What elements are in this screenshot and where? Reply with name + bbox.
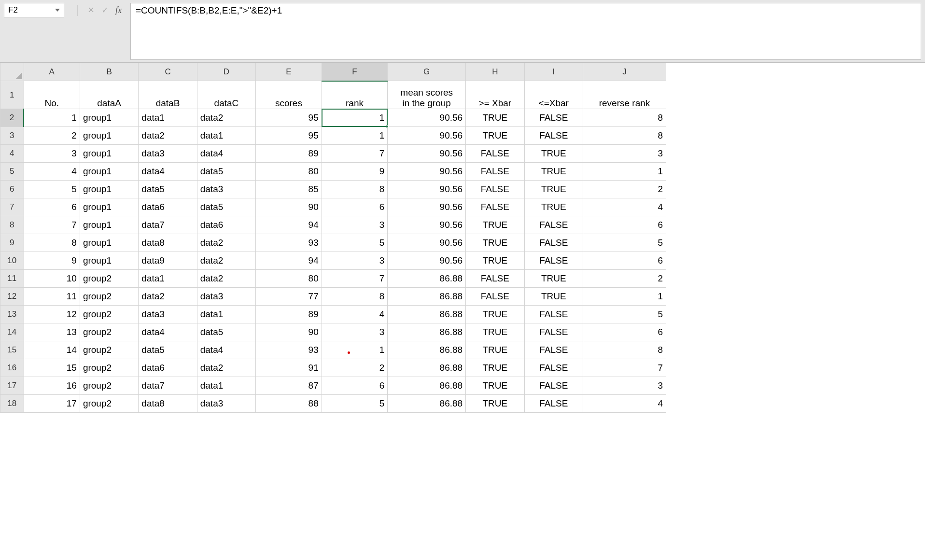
cell-E1[interactable]: scores xyxy=(256,81,322,109)
cell-C16[interactable]: data6 xyxy=(139,359,197,377)
cell-C5[interactable]: data4 xyxy=(139,163,197,181)
cell-A10[interactable]: 9 xyxy=(24,252,80,270)
cell-G10[interactable]: 90.56 xyxy=(388,252,466,270)
formula-input[interactable] xyxy=(130,3,921,60)
cell-B13[interactable]: group2 xyxy=(80,306,138,323)
cell-F12[interactable]: 8 xyxy=(322,288,388,306)
cell-H15[interactable]: TRUE xyxy=(466,341,524,359)
cell-I13[interactable]: FALSE xyxy=(524,306,583,323)
cell-A1[interactable]: No. xyxy=(24,81,80,109)
col-header-E[interactable]: E xyxy=(256,63,322,81)
cell-H1[interactable]: >= Xbar xyxy=(466,81,524,109)
cell-E12[interactable]: 77 xyxy=(256,288,322,306)
cell-C14[interactable]: data4 xyxy=(139,323,197,341)
cell-H7[interactable]: FALSE xyxy=(466,198,524,216)
cell-D8[interactable]: data6 xyxy=(197,216,255,234)
cell-I14[interactable]: FALSE xyxy=(524,323,583,341)
cell-H8[interactable]: TRUE xyxy=(466,216,524,234)
cell-A12[interactable]: 11 xyxy=(24,288,80,306)
cell-J12[interactable]: 1 xyxy=(583,288,666,306)
cell-D18[interactable]: data3 xyxy=(197,395,255,413)
cell-I18[interactable]: FALSE xyxy=(524,395,583,413)
col-header-A[interactable]: A xyxy=(24,63,80,81)
spreadsheet-grid[interactable]: A B C D E F G H I J 1No.dataAdataBdataCs… xyxy=(0,63,925,413)
col-header-G[interactable]: G xyxy=(388,63,466,81)
cell-A6[interactable]: 5 xyxy=(24,181,80,198)
cell-J8[interactable]: 6 xyxy=(583,216,666,234)
cell-J11[interactable]: 2 xyxy=(583,270,666,288)
row-header-7[interactable]: 7 xyxy=(0,198,24,216)
cell-D13[interactable]: data1 xyxy=(197,306,255,323)
cell-C2[interactable]: data1 xyxy=(139,109,197,127)
cell-E6[interactable]: 85 xyxy=(256,181,322,198)
cell-A16[interactable]: 15 xyxy=(24,359,80,377)
row-header-6[interactable]: 6 xyxy=(0,181,24,198)
cell-C12[interactable]: data2 xyxy=(139,288,197,306)
cell-F8[interactable]: 3 xyxy=(322,216,388,234)
cell-A8[interactable]: 7 xyxy=(24,216,80,234)
row-header-15[interactable]: 15 xyxy=(0,341,24,359)
cell-A14[interactable]: 13 xyxy=(24,323,80,341)
cell-C13[interactable]: data3 xyxy=(139,306,197,323)
cell-G12[interactable]: 86.88 xyxy=(388,288,466,306)
row-header-1[interactable]: 1 xyxy=(0,81,24,109)
cell-E3[interactable]: 95 xyxy=(256,127,322,145)
cell-C8[interactable]: data7 xyxy=(139,216,197,234)
cell-G9[interactable]: 90.56 xyxy=(388,234,466,252)
cell-C11[interactable]: data1 xyxy=(139,270,197,288)
cell-B16[interactable]: group2 xyxy=(80,359,138,377)
row-header-2[interactable]: 2 xyxy=(0,109,24,127)
cell-D16[interactable]: data2 xyxy=(197,359,255,377)
cell-F5[interactable]: 9 xyxy=(322,163,388,181)
cell-F3[interactable]: 1 xyxy=(322,127,388,145)
cell-E15[interactable]: 93 xyxy=(256,341,322,359)
cell-I2[interactable]: FALSE xyxy=(524,109,583,127)
col-header-B[interactable]: B xyxy=(80,63,138,81)
cell-I6[interactable]: TRUE xyxy=(524,181,583,198)
cell-G2[interactable]: 90.56 xyxy=(388,109,466,127)
cell-H5[interactable]: FALSE xyxy=(466,163,524,181)
cell-A9[interactable]: 8 xyxy=(24,234,80,252)
row-header-4[interactable]: 4 xyxy=(0,145,24,163)
cell-A4[interactable]: 3 xyxy=(24,145,80,163)
cell-G18[interactable]: 86.88 xyxy=(388,395,466,413)
cell-B8[interactable]: group1 xyxy=(80,216,138,234)
cell-F14[interactable]: 3 xyxy=(322,323,388,341)
cell-H10[interactable]: TRUE xyxy=(466,252,524,270)
cell-B10[interactable]: group1 xyxy=(80,252,138,270)
cell-E5[interactable]: 80 xyxy=(256,163,322,181)
cell-F6[interactable]: 8 xyxy=(322,181,388,198)
cell-J13[interactable]: 5 xyxy=(583,306,666,323)
cell-C18[interactable]: data8 xyxy=(139,395,197,413)
cell-G3[interactable]: 90.56 xyxy=(388,127,466,145)
cell-G1[interactable]: mean scoresin the group xyxy=(388,81,466,109)
col-header-F[interactable]: F xyxy=(322,63,388,81)
cell-B9[interactable]: group1 xyxy=(80,234,138,252)
cell-A3[interactable]: 2 xyxy=(24,127,80,145)
cell-G14[interactable]: 86.88 xyxy=(388,323,466,341)
cell-E9[interactable]: 93 xyxy=(256,234,322,252)
cell-J16[interactable]: 7 xyxy=(583,359,666,377)
cell-J2[interactable]: 8 xyxy=(583,109,666,127)
cell-H11[interactable]: FALSE xyxy=(466,270,524,288)
cell-J14[interactable]: 6 xyxy=(583,323,666,341)
cell-I12[interactable]: TRUE xyxy=(524,288,583,306)
cell-E2[interactable]: 95 xyxy=(256,109,322,127)
cell-I4[interactable]: TRUE xyxy=(524,145,583,163)
row-header-3[interactable]: 3 xyxy=(0,127,24,145)
cell-J5[interactable]: 1 xyxy=(583,163,666,181)
cell-D11[interactable]: data2 xyxy=(197,270,255,288)
col-header-D[interactable]: D xyxy=(197,63,255,81)
cell-I7[interactable]: TRUE xyxy=(524,198,583,216)
cell-G11[interactable]: 86.88 xyxy=(388,270,466,288)
cell-D4[interactable]: data4 xyxy=(197,145,255,163)
cell-G7[interactable]: 90.56 xyxy=(388,198,466,216)
cell-G17[interactable]: 86.88 xyxy=(388,377,466,395)
cell-A2[interactable]: 1 xyxy=(24,109,80,127)
cell-A17[interactable]: 16 xyxy=(24,377,80,395)
cell-D1[interactable]: dataC xyxy=(197,81,255,109)
chevron-down-icon[interactable] xyxy=(55,9,60,12)
select-all-corner[interactable] xyxy=(0,63,24,81)
cell-J18[interactable]: 4 xyxy=(583,395,666,413)
cell-H2[interactable]: TRUE xyxy=(466,109,524,127)
